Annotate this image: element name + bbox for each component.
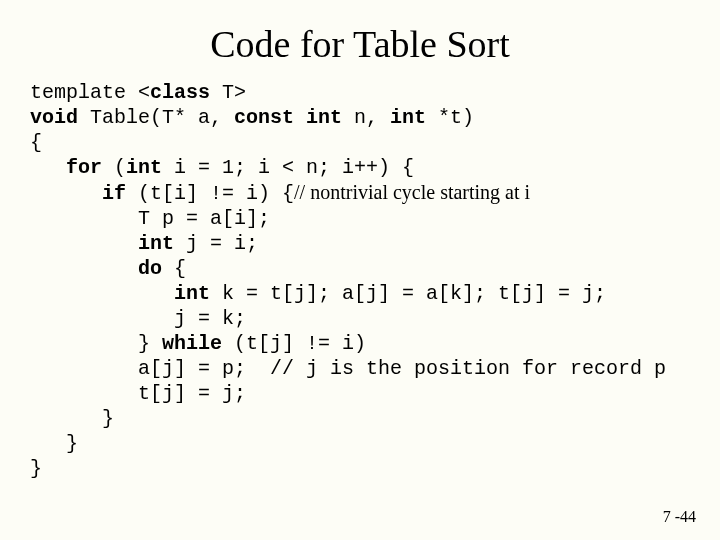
code-keyword: void xyxy=(30,106,78,129)
code-text: k = t[j]; a[j] = a[k]; t[j] = j; xyxy=(210,282,606,305)
code-line: j = k; xyxy=(30,307,246,330)
code-text xyxy=(30,282,174,305)
code-keyword: if xyxy=(102,182,126,205)
code-comment: // nontrivial cycle starting at i xyxy=(294,181,530,203)
code-keyword: int xyxy=(126,156,162,179)
code-text: Table(T* a, xyxy=(78,106,234,129)
code-line: } xyxy=(30,407,114,430)
code-text: j = i; xyxy=(174,232,258,255)
slide: Code for Table Sort template <class T> v… xyxy=(0,0,720,540)
code-text: template < xyxy=(30,81,150,104)
code-keyword: int xyxy=(174,282,210,305)
code-keyword: class xyxy=(150,81,210,104)
code-line: } while (t[j] != i) xyxy=(30,332,366,355)
code-text: (t[j] != i) xyxy=(222,332,366,355)
code-line: } xyxy=(30,432,78,455)
code-line: template <class T> xyxy=(30,81,246,104)
code-text: *t) xyxy=(426,106,474,129)
code-keyword: while xyxy=(162,332,222,355)
code-text xyxy=(30,156,66,179)
code-text: (t[i] != i) { xyxy=(126,182,294,205)
code-keyword: int xyxy=(390,106,426,129)
code-text: i = 1; i < n; i++) { xyxy=(162,156,414,179)
code-keyword: do xyxy=(138,257,162,280)
code-keyword: const int xyxy=(234,106,342,129)
code-line: do { xyxy=(30,257,186,280)
code-line: t[j] = j; xyxy=(30,382,246,405)
code-keyword: for xyxy=(66,156,102,179)
code-line: void Table(T* a, const int n, int *t) xyxy=(30,106,474,129)
code-text xyxy=(30,232,138,255)
code-line: { xyxy=(30,131,42,154)
code-line: int k = t[j]; a[j] = a[k]; t[j] = j; xyxy=(30,282,606,305)
page-number: 7 -44 xyxy=(663,508,696,526)
code-text xyxy=(30,257,138,280)
code-line: } xyxy=(30,457,42,480)
code-text: } xyxy=(30,332,162,355)
code-line: a[j] = p; // j is the position for recor… xyxy=(30,357,666,380)
code-line: for (int i = 1; i < n; i++) { xyxy=(30,156,414,179)
code-text: { xyxy=(162,257,186,280)
code-line: T p = a[i]; xyxy=(30,207,270,230)
code-text xyxy=(30,182,102,205)
code-line: int j = i; xyxy=(30,232,258,255)
code-text: ( xyxy=(102,156,126,179)
code-text: n, xyxy=(342,106,390,129)
code-line: if (t[i] != i) {// nontrivial cycle star… xyxy=(30,182,530,205)
code-text: T> xyxy=(210,81,246,104)
slide-title: Code for Table Sort xyxy=(30,22,690,66)
code-block: template <class T> void Table(T* a, cons… xyxy=(30,80,690,481)
code-keyword: int xyxy=(138,232,174,255)
